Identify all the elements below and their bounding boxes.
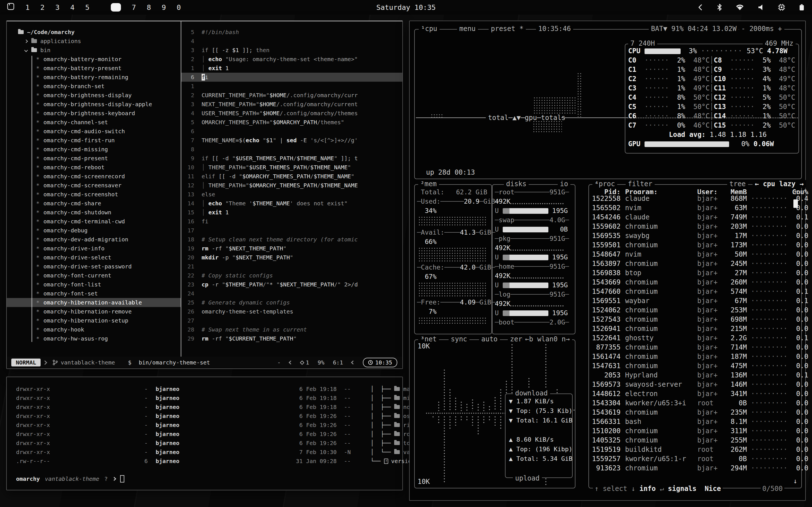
- tree-item[interactable]: *omarchy-cmd-first-run: [7, 136, 181, 145]
- tree-item[interactable]: *omarchy-battery-present: [7, 64, 181, 73]
- tree-dir-applications[interactable]: applications: [7, 37, 181, 46]
- sort-selector[interactable]: ← cpu lazy →: [753, 180, 806, 188]
- tree-item[interactable]: *omarchy-cmd-audio-switch: [7, 127, 181, 136]
- tree-item[interactable]: *omarchy-cmd-share: [7, 199, 181, 208]
- tree-item[interactable]: *omarchy-font-set: [7, 289, 181, 298]
- process-row[interactable]: 2053Hyprlandbjar+136M·········0.1: [589, 371, 801, 380]
- tree-item[interactable]: *omarchy-hibernation-remove: [7, 307, 181, 316]
- net-sync-tab[interactable]: sync: [449, 335, 469, 343]
- tree-item[interactable]: *omarchy-battery-remaining: [7, 73, 181, 82]
- tree-toggle[interactable]: tree: [727, 180, 748, 188]
- process-row[interactable]: 1527543chromiumbjar+698M·········0.0: [589, 315, 801, 324]
- tree-item[interactable]: *omarchy-brightness-display: [7, 91, 181, 100]
- battery-icon[interactable]: [799, 3, 805, 11]
- process-row[interactable]: 1569573swayosd-serverbjar+146M·········0…: [589, 380, 801, 389]
- net-auto-tab[interactable]: auto: [479, 335, 500, 343]
- process-row[interactable]: 1566331bashbjar+8.1M·········0.0: [589, 417, 801, 427]
- workspace-5[interactable]: 5: [85, 3, 89, 11]
- process-row[interactable]: 1454246claudebjar+749M·········0.1: [589, 213, 801, 222]
- tree-item[interactable]: *omarchy-drive-set-password: [7, 262, 181, 271]
- process-row[interactable]: 1522558claudebjar+868M·········0.4: [589, 194, 801, 203]
- wifi-icon[interactable]: [735, 3, 744, 11]
- process-row[interactable]: 1559257kworker/u65:1-rroot0B·········0.0: [589, 454, 801, 464]
- proc-box-title[interactable]: ⁴proc: [592, 180, 617, 188]
- disks-box-title[interactable]: disks: [504, 180, 529, 188]
- cpu-box-title[interactable]: ¹cpu: [419, 25, 440, 33]
- workspace-4[interactable]: 4: [70, 3, 74, 11]
- workspace-active-badge[interactable]: [111, 3, 121, 11]
- tree-item[interactable]: *omarchy-font-current: [7, 271, 181, 280]
- proc-footer-hints[interactable]: ↑ select ↓ info ↵ signals Nice: [593, 485, 723, 493]
- filter-button[interactable]: filter: [626, 180, 655, 188]
- mem-box-title[interactable]: ²mem: [418, 180, 439, 188]
- process-row[interactable]: 1563897chromiumbjar+245M·········0.0: [589, 259, 801, 269]
- tree-item[interactable]: *omarchy-cmd-screenshot: [7, 190, 181, 199]
- workspace-0[interactable]: 0: [177, 3, 181, 11]
- tree-item[interactable]: *omarchy-drive-select: [7, 253, 181, 262]
- scroll-down-icon[interactable]: ↓: [794, 477, 797, 485]
- tree-item[interactable]: *omarchy-cmd-screensaver: [7, 181, 181, 190]
- bluetooth-icon[interactable]: [717, 3, 722, 11]
- tree-item[interactable]: *omarchy-cmd-terminal-cwd: [7, 217, 181, 226]
- tree-item[interactable]: *omarchy-hook: [7, 325, 181, 334]
- net-interface[interactable]: ←b wlan0 n→: [523, 335, 572, 343]
- cpu-chip-icon[interactable]: [777, 3, 785, 11]
- preset-button[interactable]: preset *: [489, 25, 526, 33]
- process-row[interactable]: 1547631chromiumbjar+475M·········0.0: [589, 361, 801, 371]
- tree-item[interactable]: *omarchy-channel-set: [7, 118, 181, 127]
- update-interval[interactable]: - 2000ms +: [739, 25, 784, 33]
- chevron-left-icon[interactable]: [697, 3, 704, 11]
- process-row[interactable]: 877355chromiumbjar+714M·········0.0: [589, 343, 801, 352]
- volume-icon[interactable]: [757, 3, 765, 11]
- net-box-title[interactable]: ³net: [418, 335, 439, 343]
- tree-item[interactable]: *omarchy-hw-asus-rog: [7, 334, 181, 343]
- tree-item[interactable]: *omarchy-branch-set: [7, 82, 181, 91]
- omarchy-logo-icon[interactable]: [7, 3, 15, 12]
- io-tab[interactable]: io: [558, 180, 570, 188]
- process-row[interactable]: 1510200chromiumbjar+311M·········0.0: [589, 427, 801, 436]
- process-row[interactable]: 1559602chromiumbjar+203M·········0.0: [589, 222, 801, 231]
- workspace-8[interactable]: 8: [147, 3, 151, 11]
- workspace-3[interactable]: 3: [55, 3, 59, 11]
- menu-button[interactable]: menu: [457, 25, 478, 33]
- tree-item[interactable]: *omarchy-dev-add-migration: [7, 235, 181, 244]
- tree-item[interactable]: *omarchy-hibernation-available: [7, 298, 181, 307]
- tree-root[interactable]: ~/Code/omarchy: [7, 27, 181, 37]
- process-row[interactable]: 1548647nvimbjar+50M·········0.0: [589, 250, 801, 259]
- process-row[interactable]: 1543619chromiumbjar+235M·········0.0: [589, 408, 801, 417]
- tree-item[interactable]: *omarchy-cmd-shutdown: [7, 208, 181, 217]
- process-row[interactable]: 1519519buildkitdroot262M·········0.0: [589, 445, 801, 454]
- process-row[interactable]: 1561474chromiumbjar+187M·········0.0: [589, 352, 801, 361]
- tree-item[interactable]: *omarchy-hibernation-setup: [7, 316, 181, 325]
- scroll-up-icon[interactable]: ↑: [794, 188, 797, 196]
- tree-item[interactable]: *omarchy-brightness-display-apple: [7, 100, 181, 109]
- tree-item[interactable]: *omarchy-cmd-missing: [7, 145, 181, 154]
- tree-item[interactable]: *omarchy-brightness-keyboard: [7, 109, 181, 118]
- process-row[interactable]: 913623chromiumbjar+294M·········0.0: [589, 464, 801, 473]
- workspace-2[interactable]: 2: [40, 3, 45, 11]
- process-row[interactable]: 1448612electronbjar+341M·········0.0: [589, 389, 801, 399]
- workspace-9[interactable]: 9: [161, 3, 166, 11]
- process-row[interactable]: 1569838btopbjar+27M·········0.0: [589, 269, 801, 278]
- process-row[interactable]: 1565502nvimbjar+63M·········0.0: [589, 203, 801, 213]
- tree-item[interactable]: *omarchy-cmd-present: [7, 154, 181, 163]
- tree-item[interactable]: *omarchy-font-list: [7, 280, 181, 289]
- process-row[interactable]: 1405325chromiumbjar+255M·········0.0: [589, 436, 801, 445]
- process-row[interactable]: 1569535swaybgbjar+17M·········0.0: [589, 231, 801, 240]
- process-row[interactable]: 1569551waybarbjar+67M·········0.1: [589, 296, 801, 305]
- tree-dir-bin[interactable]: bin: [7, 46, 181, 55]
- process-row[interactable]: 1543669chromiumbjar+260M·········0.0: [589, 278, 801, 287]
- process-row[interactable]: 1547660chromiumbjar+574M·········0.1: [589, 287, 801, 296]
- tree-item[interactable]: *omarchy-drive-info: [7, 244, 181, 253]
- process-row[interactable]: 1526941chromiumbjar+215M·········0.0: [589, 324, 801, 334]
- tree-item[interactable]: *omarchy-cmd-reboot: [7, 163, 181, 172]
- tree-item[interactable]: *omarchy-debug: [7, 226, 181, 235]
- workspace-1[interactable]: 1: [26, 3, 30, 11]
- workspace-7[interactable]: 7: [132, 3, 136, 11]
- tree-item[interactable]: *omarchy-cmd-screenrecord: [7, 172, 181, 181]
- scrollbar-thumb[interactable]: [794, 200, 798, 208]
- tree-item[interactable]: *omarchy-battery-monitor: [7, 55, 181, 64]
- shell-prompt[interactable]: omarchy vantablack-theme ?: [16, 475, 124, 483]
- process-row[interactable]: 1522641ghosttybjar+2.2G·········0.1: [589, 334, 801, 343]
- process-row[interactable]: 1524062chromiumbjar+253M·········0.0: [589, 305, 801, 315]
